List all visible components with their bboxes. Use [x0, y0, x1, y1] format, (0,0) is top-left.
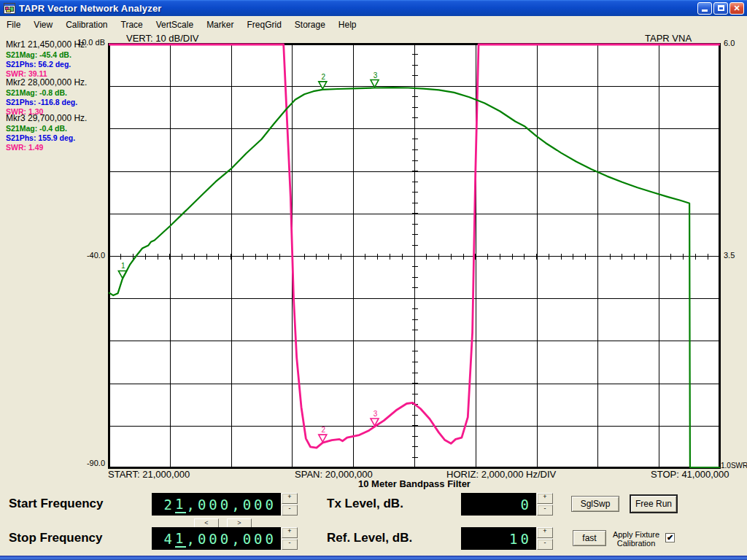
left-axis-bottom-label: -90.0	[64, 459, 105, 467]
marker2-readout: Mkr2 28,000,000 Hz. S21Mag: -0.8 dB. S21…	[6, 77, 108, 117]
tx-level-field[interactable]: 0	[461, 493, 536, 516]
minimize-button[interactable]	[697, 2, 712, 15]
marker2-freq: Mkr2 28,000,000 Hz.	[6, 77, 108, 88]
menu-trace[interactable]: Trace	[115, 18, 150, 32]
stop-decrement-button[interactable]: -	[282, 539, 298, 550]
ref-level-spinner: + -	[537, 527, 553, 550]
window-title: TAPR Vector Network Analyzer	[19, 3, 162, 14]
menu-vertscale[interactable]: VertScale	[150, 18, 200, 32]
menu-view[interactable]: View	[27, 18, 59, 32]
stop-increment-button[interactable]: +	[282, 527, 298, 538]
single-sweep-button[interactable]: SglSwp	[571, 496, 619, 512]
menu-file[interactable]: File	[0, 18, 27, 32]
svg-text:3: 3	[374, 71, 378, 79]
svg-text:1: 1	[121, 262, 125, 270]
svg-text:2: 2	[322, 426, 326, 434]
plot-area: 12323	[108, 43, 721, 469]
stop-value-post: ,000,000	[186, 531, 276, 547]
ref-decrement-button[interactable]: -	[537, 539, 553, 550]
ref-level-label: Ref. Level, dB.	[327, 531, 412, 545]
marker1-s21mag: S21Mag: -45.4 dB.	[6, 50, 108, 60]
menu-bar: File View Calibration Trace VertScale Ma…	[0, 16, 747, 33]
ref-value: 10	[509, 531, 532, 547]
free-run-button[interactable]: Free Run	[630, 494, 678, 513]
start-frequency-spinner: + -	[282, 493, 298, 516]
chart-title: 10 Meter Bandpass Filter	[108, 478, 721, 489]
start-frequency-label: Start Frequency	[9, 497, 103, 511]
window-bottom-border	[0, 556, 747, 560]
marker3-s21phs: S21Phs: 155.9 deg.	[6, 133, 108, 143]
maximize-button[interactable]	[713, 2, 728, 15]
tx-value: 0	[521, 497, 532, 513]
tx-increment-button[interactable]: +	[537, 493, 553, 504]
app-icon	[4, 3, 15, 14]
left-axis-top-label: 10.0 dB	[64, 38, 105, 47]
right-axis-mid-label: 3.5	[724, 251, 735, 260]
marker3-s21mag: S21Mag: -0.4 dB.	[6, 124, 108, 133]
menu-storage[interactable]: Storage	[288, 18, 332, 32]
start-value-pre: 2	[164, 497, 175, 513]
apply-fixture-line1: Apply Fixture	[613, 530, 659, 539]
right-axis-top-label: 6.0	[724, 39, 735, 47]
apply-fixture-calibration-label: Apply Fixture Calibration	[608, 530, 664, 548]
stop-frequency-spinner: + -	[282, 527, 298, 550]
close-button[interactable]: ✕	[729, 2, 744, 15]
start-frequency-field[interactable]: 21,000,000	[152, 493, 281, 516]
title-bar[interactable]: TAPR Vector Network Analyzer ✕	[0, 0, 747, 16]
start-increment-button[interactable]: +	[282, 493, 298, 504]
tx-level-label: Tx Level, dB.	[327, 497, 403, 511]
start-value-post: ,000,000	[186, 497, 276, 513]
ref-level-field[interactable]: 10	[461, 527, 536, 550]
svg-text:3: 3	[374, 410, 378, 418]
menu-marker[interactable]: Marker	[200, 18, 240, 32]
apply-fixture-calibration-checkbox[interactable]: ✔	[665, 533, 675, 542]
tx-decrement-button[interactable]: -	[537, 505, 553, 516]
menu-calibration[interactable]: Calibration	[59, 18, 114, 32]
marker3-readout: Mkr3 29,700,000 Hz. S21Mag: -0.4 dB. S21…	[6, 113, 108, 152]
marker2-s21phs: S21Phs: -116.8 deg.	[6, 98, 108, 107]
vert-scale-label: VERT: 10 dB/DIV	[126, 33, 198, 44]
stop-frequency-field[interactable]: 41,000,000	[152, 527, 281, 550]
fast-button[interactable]: fast	[573, 530, 606, 546]
left-axis-mid-label: -40.0	[64, 251, 105, 260]
brand-label: TAPR VNA	[645, 33, 692, 44]
menu-freqgrid[interactable]: FreqGrid	[240, 18, 287, 32]
vna-window: TAPR Vector Network Analyzer ✕ File View…	[0, 0, 747, 560]
start-decrement-button[interactable]: -	[282, 505, 298, 516]
marker3-swr: SWR: 1.49	[6, 143, 108, 152]
start-value-cursor: 1	[175, 496, 186, 513]
tx-level-spinner: + -	[537, 493, 553, 516]
stop-frequency-label: Stop Frequency	[9, 531, 102, 545]
apply-fixture-line2: Calibration	[617, 539, 656, 548]
marker2-s21mag: S21Mag: -0.8 dB.	[6, 88, 108, 98]
menu-help[interactable]: Help	[332, 18, 363, 32]
svg-text:2: 2	[322, 73, 326, 81]
marker3-freq: Mkr3 29,700,000 Hz.	[6, 113, 108, 123]
marker1-s21phs: S21Phs: 56.2 deg.	[6, 60, 108, 69]
stop-value-pre: 4	[164, 531, 175, 547]
stop-value-cursor: 1	[175, 530, 186, 548]
ref-increment-button[interactable]: +	[537, 527, 553, 538]
